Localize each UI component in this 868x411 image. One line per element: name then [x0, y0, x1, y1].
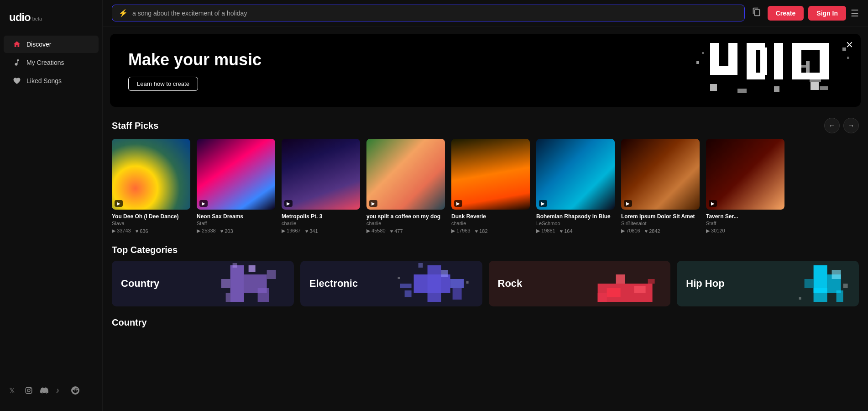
song-stats: ▶ 33743 ♥ 636: [112, 228, 190, 234]
social-links: 𝕏 ♪: [0, 379, 102, 404]
play-count: ▶ 70816: [621, 228, 640, 234]
song-title: Bohemian Rhapsody in Blue: [536, 213, 615, 220]
song-author: charlie: [366, 221, 445, 226]
clipboard-icon[interactable]: [750, 5, 763, 21]
search-container[interactable]: ⚡: [112, 5, 745, 21]
sidebar-item-discover[interactable]: Discover: [4, 36, 99, 53]
play-count: ▶ 19881: [536, 228, 555, 234]
svg-rect-39: [405, 290, 412, 297]
play-count: ▶ 17963: [451, 228, 471, 234]
reddit-icon[interactable]: [71, 386, 81, 396]
category-card-hiphop[interactable]: Hip Hop: [677, 261, 859, 306]
play-icon: ▶: [624, 200, 632, 207]
topbar-actions: Create Sign In ☰: [750, 5, 859, 21]
svg-rect-53: [836, 290, 843, 302]
song-card[interactable]: ▶ You Dee Oh (I Dee Dance) Slava ▶ 33743…: [112, 139, 190, 234]
song-author: Staff: [706, 221, 784, 226]
song-title: you spilt a coffee on my dog: [366, 213, 445, 220]
tiktok-icon[interactable]: ♪: [56, 386, 66, 396]
svg-rect-20: [820, 86, 828, 90]
staff-picks-prev-button[interactable]: ←: [824, 118, 840, 133]
svg-rect-24: [230, 265, 244, 302]
svg-rect-36: [441, 270, 448, 277]
heart-icon: [13, 77, 21, 85]
categories-grid: Country Electronic Rock Hip Hop: [103, 261, 868, 314]
svg-rect-38: [453, 288, 462, 300]
topbar: ⚡ Create Sign In ☰: [103, 0, 868, 26]
song-card[interactable]: ▶ Bohemian Rhapsody in Blue LeSchmoo ▶ 1…: [536, 139, 615, 234]
svg-rect-37: [418, 263, 423, 268]
svg-rect-31: [225, 293, 230, 302]
category-card-electronic[interactable]: Electronic: [300, 261, 482, 306]
category-art: [750, 261, 859, 306]
svg-rect-44: [607, 288, 621, 297]
song-card[interactable]: ▶ Dusk Reverie charlie ▶ 17963 ♥ 182: [451, 139, 530, 234]
svg-rect-34: [450, 279, 464, 288]
svg-rect-7: [774, 43, 783, 79]
svg-rect-21: [806, 61, 810, 79]
svg-rect-55: [799, 297, 801, 300]
svg-rect-35: [400, 284, 412, 288]
staff-picks-list: ▶ You Dee Oh (I Dee Dance) Slava ▶ 33743…: [103, 139, 868, 241]
category-label: Country: [112, 278, 159, 290]
hero-title: Make your music: [128, 50, 261, 69]
category-art: [373, 261, 482, 306]
staff-picks-nav: ← →: [824, 118, 859, 133]
category-card-country[interactable]: Country: [112, 261, 294, 306]
svg-rect-51: [831, 270, 841, 279]
song-stats: ▶ 70816 ♥ 2842: [621, 228, 700, 234]
category-card-rock[interactable]: Rock: [489, 261, 671, 306]
play-count: ▶ 45580: [366, 228, 386, 234]
play-count: ▶ 30120: [706, 228, 725, 234]
svg-rect-2: [728, 43, 737, 75]
song-author: charlie: [282, 221, 360, 226]
play-icon: ▶: [284, 200, 293, 207]
song-title: You Dee Oh (I Dee Dance): [112, 213, 190, 220]
play-count: ▶ 19667: [282, 228, 301, 234]
search-input[interactable]: [132, 10, 738, 17]
svg-rect-13: [702, 52, 704, 54]
discord-icon[interactable]: [40, 386, 50, 396]
song-author: Slava: [112, 221, 190, 226]
sidebar-item-liked-songs-label: Liked Songs: [26, 77, 62, 84]
song-card[interactable]: ▶ Lorem Ipsum Dolor Sit Amet SirBitesalo…: [621, 139, 700, 234]
song-card[interactable]: ▶ Metropolis Pt. 3 charlie ▶ 19667 ♥ 341: [282, 139, 360, 234]
like-count: ♥ 636: [136, 228, 148, 234]
sidebar-item-discover-label: Discover: [26, 41, 51, 48]
svg-rect-19: [810, 82, 819, 90]
play-icon: ▶: [539, 200, 547, 207]
bottom-section-title: Country: [103, 314, 868, 332]
create-button[interactable]: Create: [768, 6, 804, 21]
staff-picks-next-button[interactable]: →: [843, 118, 859, 133]
svg-rect-17: [737, 89, 747, 93]
category-label: Electronic: [300, 278, 358, 290]
sidebar-item-liked-songs[interactable]: Liked Songs: [4, 72, 99, 90]
song-card[interactable]: ▶ Neon Sax Dreams Staff ▶ 25338 ♥ 203: [197, 139, 275, 234]
category-label: Hip Hop: [677, 278, 724, 290]
svg-rect-54: [843, 284, 847, 288]
svg-rect-6: [760, 47, 767, 75]
instagram-icon[interactable]: [25, 386, 35, 396]
hero-banner: Make your music Learn how to create ✕: [110, 34, 861, 107]
svg-rect-40: [398, 277, 400, 279]
song-card[interactable]: ▶ you spilt a coffee on my dog charlie ▶…: [366, 139, 445, 234]
song-stats: ▶ 30120: [706, 228, 784, 234]
like-count: ♥ 341: [305, 228, 318, 234]
song-title: Neon Sax Dreams: [197, 213, 275, 220]
sidebar-item-my-creations-label: My Creations: [26, 59, 64, 66]
hero-cta-button[interactable]: Learn how to create: [128, 77, 198, 91]
sidebar-item-my-creations[interactable]: My Creations: [4, 54, 99, 71]
hero-content: Make your music Learn how to create: [110, 36, 280, 105]
menu-button[interactable]: ☰: [851, 8, 859, 19]
twitter-icon[interactable]: 𝕏: [9, 386, 19, 396]
song-card[interactable]: ▶ Tavern Ser... Staff ▶ 30120: [706, 139, 784, 234]
svg-rect-47: [648, 279, 655, 284]
song-stats: ▶ 19667 ♥ 341: [282, 228, 360, 234]
svg-rect-15: [847, 57, 849, 59]
play-icon: ▶: [454, 200, 462, 207]
like-count: ♥ 203: [220, 228, 233, 234]
svg-rect-27: [267, 270, 276, 279]
song-stats: ▶ 25338 ♥ 203: [197, 228, 275, 234]
like-count: ♥ 164: [560, 228, 573, 234]
signin-button[interactable]: Sign In: [808, 6, 846, 21]
